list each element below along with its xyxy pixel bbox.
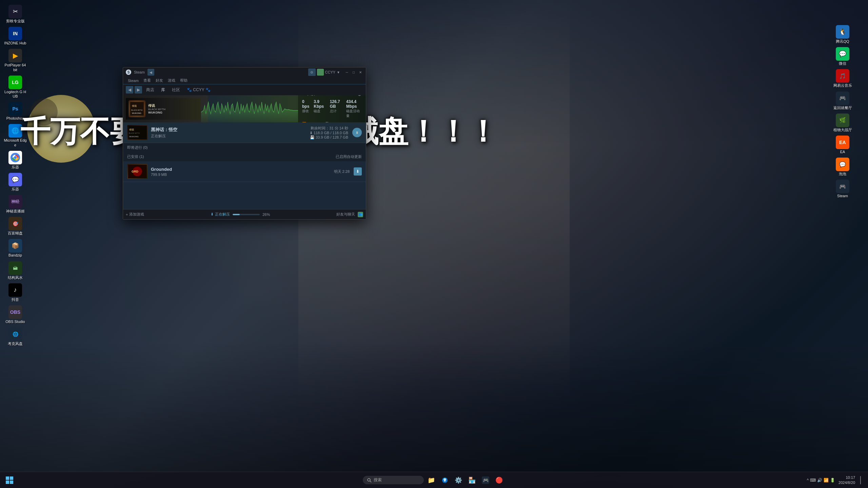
steam-maximize-button[interactable]: □ (351, 70, 356, 75)
icon-label: 乐器 (12, 187, 19, 191)
pause-button[interactable]: ⏸ (352, 128, 362, 137)
start-button[interactable] (3, 473, 16, 487)
tray-expand-icon[interactable]: ^ (807, 478, 809, 483)
steam-menu-help[interactable]: 帮助 (178, 77, 190, 84)
stat-disk-speed: 434.4 Mbps (346, 99, 362, 109)
stats-network-btn[interactable]: 📶 网络 (302, 122, 314, 122)
desktop-icon-game1[interactable]: 神经 神秘直播姬 (2, 194, 29, 215)
stats-row-1: 0 bps 接收 3.9 Kbps 磁盘 126.7 GB 总计 434.4 M… (302, 99, 362, 118)
steam-menu-steam[interactable]: Steam (126, 78, 141, 83)
steam-menu-view[interactable]: 查看 (141, 77, 153, 84)
status-progress-fill (233, 214, 240, 215)
desktop-icon-app2[interactable]: 🌐 考克风盘 (2, 326, 29, 347)
icon-label: OBS Studio (5, 320, 25, 324)
taskbar-search[interactable]: 搜索 (363, 476, 424, 484)
svg-point-3 (14, 156, 17, 159)
taskbar-store[interactable]: 🏪 (466, 474, 478, 486)
svg-text:BLACK MYTH: BLACK MYTH (131, 109, 142, 111)
desktop-icon-obs[interactable]: OBS OBS Studio (2, 304, 29, 325)
friends-icon: 👥 (358, 212, 363, 217)
grounded-info: Grounded 799.9 MB (151, 167, 334, 177)
desktop-icon-qq[interactable]: 🐧 腾讯QQ (829, 24, 856, 45)
desktop-icon-ea[interactable]: EA EA (829, 134, 856, 156)
desktop-icon-plants[interactable]: 🌿 植物大战厅 (829, 112, 856, 134)
steam-tab-username[interactable]: 🐾 CCYY 🐾 (184, 86, 213, 94)
steam-user-area: ◀ (147, 69, 154, 76)
tray-area: ^ ⌨ 🔊 📶 🔋 (805, 478, 836, 483)
grounded-download-button[interactable]: ⬇ (354, 167, 362, 176)
stats-disk-btn[interactable]: 💾 磁盘 (325, 122, 337, 122)
steam-nav-back[interactable]: ◀ (126, 86, 133, 94)
current-date: 2024/8/20 (839, 480, 855, 485)
friends-chat-button[interactable]: 好友与聊天 (336, 212, 355, 217)
wukong-info: 黑神话：悟空 正在解压 (151, 127, 310, 139)
taskbar-record[interactable]: 🔴 (493, 474, 505, 486)
tray-battery-icon[interactable]: 🔋 (830, 478, 835, 483)
steam-title-left: S Steam (126, 69, 145, 75)
steam-minimize-button[interactable]: ─ (344, 70, 350, 75)
taskbar-explorer[interactable]: 📁 (425, 474, 437, 486)
desktop-icon-logitech[interactable]: LG Logitech G HUB (2, 74, 29, 100)
desktop-icon-steam-right[interactable]: 🎮 返回就餐厅 (829, 90, 856, 111)
stats-actions: 📶 网络 — 💾 磁盘 (302, 121, 362, 122)
taskbar-right: ^ ⌨ 🔊 📶 🔋 10:17 2024/8/20 (805, 474, 868, 486)
desktop-icon-netease[interactable]: 🎵 网易云音乐 (829, 68, 856, 89)
icon-label: INZONE Hub (4, 41, 26, 45)
stat-kbps: 3.9 Kbps (314, 99, 326, 109)
nav-back-icon[interactable]: ◀ (147, 69, 154, 76)
desktop-icon-app1[interactable]: 🏔 结构风水 (2, 260, 29, 281)
tray-keyboard-icon[interactable]: ⌨ (810, 478, 816, 483)
svg-rect-21 (10, 481, 13, 484)
desktop-icon-game2[interactable]: 🎯 百富蝴盘 (2, 216, 29, 237)
steam-window: S Steam ◀ ⚙ CCYY ▼ ─ □ ✕ Steam 查看 好友 游戏 … (123, 67, 366, 220)
show-desktop-button[interactable] (857, 474, 864, 486)
grounded-eta: 明天 2:28 (334, 169, 350, 174)
icon-label: Bandzip (8, 253, 22, 258)
status-progress-pct: 26% (262, 212, 270, 217)
installed-label: 已安排 (1) (127, 154, 144, 159)
add-game-button[interactable]: + 添加游戏 (126, 212, 144, 217)
svg-text:GRD: GRD (132, 170, 139, 173)
steam-window-controls: ⚙ CCYY ▼ ─ □ ✕ (308, 68, 363, 76)
time-display[interactable]: 10:17 2024/8/20 (839, 475, 855, 485)
desktop-icon-steam2[interactable]: 🎮 Steam (829, 178, 856, 200)
desktop-icon-bandzip[interactable]: 📦 Bandzip (2, 238, 29, 259)
steam-nav: ◀ ▶ 商店 库 社区 🐾 CCYY 🐾 (123, 84, 366, 95)
steam-tab-store[interactable]: 商店 (143, 86, 157, 94)
desktop-icon-inzone[interactable]: IN INZONE Hub (2, 25, 29, 47)
grounded-thumbnail: GRD (127, 164, 147, 179)
wukong-title: 传说 BLACK MYTH WUKONG (148, 103, 165, 114)
steam-settings-icon[interactable]: ⚙ (308, 68, 316, 76)
taskbar-settings[interactable]: ⚙️ (452, 474, 465, 486)
desktop-icon-discord[interactable]: 💬 乐器 (2, 171, 29, 193)
steam-tab-community[interactable]: 社区 (169, 86, 183, 94)
desktop-icon-bubble[interactable]: 💬 泡泡 (829, 156, 856, 178)
desktop-icon-potplayer[interactable]: ▶ PotPlayer 64 bit (2, 47, 29, 73)
wukong-name: 黑神话：悟空 (151, 127, 310, 133)
taskbar-center: 搜索 📁 ⚙️ 🏪 🎮 🔴 (363, 474, 505, 486)
stat-bps: 0 bps (302, 99, 310, 109)
desktop-icon-tiktok[interactable]: ♪ 抖音 (2, 282, 29, 303)
svg-line-23 (370, 481, 371, 482)
icon-label: 结构风水 (8, 276, 23, 280)
taskbar-edge[interactable] (439, 474, 451, 486)
steam-menu-friends[interactable]: 好友 (154, 77, 165, 84)
tray-network-icon[interactable]: 📶 (824, 478, 829, 483)
desktop-icon-chrome[interactable]: 乐器 (2, 149, 29, 171)
steam-close-button[interactable]: ✕ (358, 70, 363, 75)
stat-total: 126.7 GB (330, 99, 342, 109)
download-settings-icon[interactable]: ⚙ (357, 95, 362, 97)
tray-volume-icon[interactable]: 🔊 (817, 478, 822, 483)
icon-label: 抖音 (12, 298, 19, 302)
taskbar-steam-pinned[interactable]: 🎮 (479, 474, 492, 486)
icon-label: Logitech G HUB (3, 90, 27, 99)
steam-title-text: Steam (134, 70, 145, 74)
desktop-icon-wechat[interactable]: 💬 微信 (829, 46, 856, 67)
steam-nav-forward[interactable]: ▶ (135, 86, 142, 94)
icon-label: 剪映专业版 (6, 19, 25, 23)
steam-tab-library[interactable]: 库 (158, 86, 168, 94)
desktop-icon-capcut[interactable]: ✂ 剪映专业版 (2, 3, 29, 25)
svg-point-22 (368, 479, 370, 481)
download-stats: 正在解压 ⚙ 0 bps 接收 3.9 Kbps 磁盘 126.7 GB 总计 (298, 95, 366, 122)
steam-menu-games[interactable]: 游戏 (166, 77, 177, 84)
